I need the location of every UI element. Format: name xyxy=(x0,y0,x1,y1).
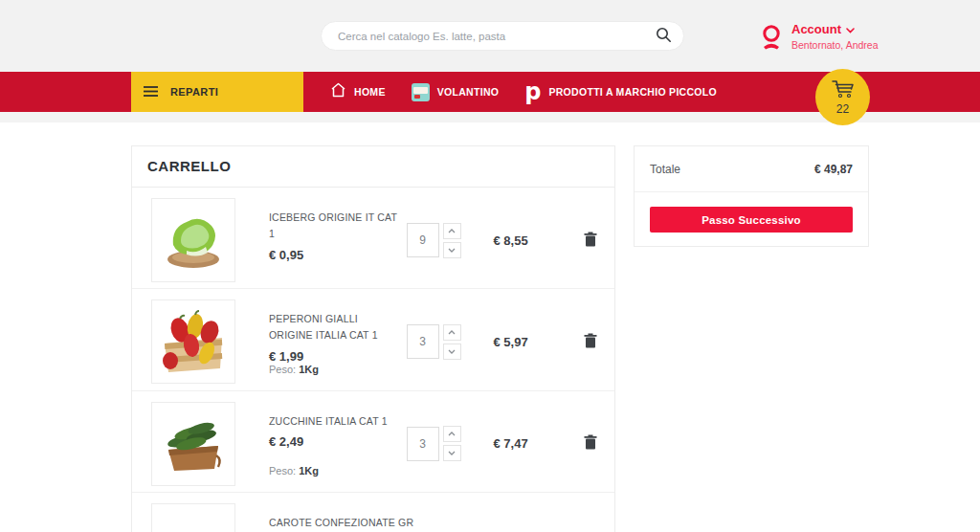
next-step-button[interactable]: Passo Successivo xyxy=(650,207,853,233)
stepper-buttons xyxy=(443,324,461,360)
cart-item-carote: CAROTE CONFEZIONATE GR 500 xyxy=(132,492,614,532)
nav-menu: HOME VOLANTINO p PRODOTTI A MARCHIO PICC… xyxy=(330,72,717,112)
total-value: € 49,87 xyxy=(814,163,853,176)
product-name: CAROTE CONFEZIONATE GR 500 xyxy=(269,515,425,532)
quantity-stepper xyxy=(407,223,461,258)
product-weight: Peso: 1Kg xyxy=(269,364,399,385)
piccolo-logo-icon: p xyxy=(524,82,541,101)
product-image-peperoni xyxy=(151,299,235,384)
account-label: Account xyxy=(791,22,841,36)
account-texts: Account Bentornato, Andrea xyxy=(791,22,879,51)
line-total: € 5,97 xyxy=(494,335,567,349)
quantity-increase-button[interactable] xyxy=(443,426,461,442)
product-unit-price: € 1,99 xyxy=(269,349,399,364)
product-image-iceberg xyxy=(151,198,235,282)
account-label-row[interactable]: Account xyxy=(791,22,879,36)
user-icon xyxy=(759,24,784,55)
search-button[interactable] xyxy=(656,27,672,46)
remove-item-button[interactable] xyxy=(584,232,597,250)
stepper-buttons xyxy=(443,223,461,258)
cart-item-peperoni: PEPERONI GIALLI ORIGINE ITALIA CAT 1 € 1… xyxy=(132,288,614,390)
product-image-carote xyxy=(151,503,235,532)
account-menu[interactable]: Account Bentornato, Andrea xyxy=(759,22,879,55)
account-greeting: Bentornato, Andrea xyxy=(791,39,879,51)
remove-item-button[interactable] xyxy=(584,333,597,351)
trash-icon xyxy=(584,333,597,351)
trash-icon xyxy=(584,434,597,453)
quantity-stepper xyxy=(407,426,461,461)
quantity-stepper xyxy=(407,324,461,360)
order-summary-panel: Totale € 49,87 Passo Successivo xyxy=(634,145,869,247)
quantity-increase-button[interactable] xyxy=(443,223,461,239)
quantity-decrease-button[interactable] xyxy=(443,445,461,461)
total-row: Totale € 49,87 xyxy=(635,146,868,192)
cart-item-zucchine: ZUCCHINE ITALIA CAT 1 € 2,49 Peso: 1Kg €… xyxy=(132,390,614,492)
remove-item-button[interactable] xyxy=(584,434,597,453)
product-name: ZUCCHINE ITALIA CAT 1 xyxy=(269,413,399,430)
trash-icon xyxy=(584,232,597,250)
cart-button[interactable]: 22 xyxy=(815,69,870,125)
cart-panel: CARRELLO ICEBERG ORIGINE IT CAT 1 € 0,95… xyxy=(131,145,615,532)
main-nav: REPARTI HOME VOLANTINO p PRODOTTI A MARC… xyxy=(0,72,980,112)
line-total: € 8,55 xyxy=(494,233,567,248)
top-header: Account Bentornato, Andrea xyxy=(0,0,980,72)
nav-item-volantino-label: VOLANTINO xyxy=(437,86,500,98)
search-icon xyxy=(656,27,672,46)
product-name: PEPERONI GIALLI ORIGINE ITALIA CAT 1 xyxy=(269,311,399,344)
product-details: ZUCCHINE ITALIA CAT 1 € 2,49 Peso: 1Kg xyxy=(269,402,399,486)
product-details: CAROTE CONFEZIONATE GR 500 xyxy=(269,503,425,532)
page-title: CARRELLO xyxy=(132,146,614,188)
quantity-input[interactable] xyxy=(407,324,439,359)
total-label: Totale xyxy=(650,163,680,176)
home-icon xyxy=(330,82,346,101)
cart-icon xyxy=(831,78,856,103)
cart-item-iceberg: ICEBERG ORIGINE IT CAT 1 € 0,95 € 8,55 xyxy=(132,188,614,288)
product-name: ICEBERG ORIGINE IT CAT 1 xyxy=(269,210,399,242)
line-total: € 7,47 xyxy=(494,436,567,451)
cart-count-badge: 22 xyxy=(836,102,849,116)
quantity-input[interactable] xyxy=(407,427,439,461)
reparti-label: REPARTI xyxy=(170,86,218,98)
product-details: PEPERONI GIALLI ORIGINE ITALIA CAT 1 € 1… xyxy=(269,299,399,385)
flyer-icon xyxy=(412,83,430,101)
quantity-increase-button[interactable] xyxy=(443,324,461,341)
cart-page: Account Bentornato, Andrea REPARTI HO xyxy=(0,0,980,532)
nav-item-volantino[interactable]: VOLANTINO xyxy=(412,83,500,101)
chevron-down-icon xyxy=(846,22,855,36)
search-bar xyxy=(321,21,684,51)
product-unit-price: € 0,95 xyxy=(269,248,399,262)
search-input[interactable] xyxy=(338,31,656,42)
nav-item-prodotti-piccolo[interactable]: p PRODOTTI A MARCHIO PICCOLO xyxy=(524,82,717,101)
hamburger-icon xyxy=(144,83,158,100)
product-weight: Peso: 1Kg xyxy=(269,465,399,486)
quantity-decrease-button[interactable] xyxy=(443,344,461,360)
quantity-decrease-button[interactable] xyxy=(443,242,461,258)
product-image-zucchine xyxy=(151,402,235,486)
nav-item-home[interactable]: HOME xyxy=(330,82,386,101)
product-details: ICEBERG ORIGINE IT CAT 1 € 0,95 xyxy=(269,198,399,282)
nav-item-piccolo-label: PRODOTTI A MARCHIO PICCOLO xyxy=(548,86,717,98)
quantity-input[interactable] xyxy=(407,223,439,257)
product-unit-price: € 2,49 xyxy=(269,434,399,449)
reparti-menu-button[interactable]: REPARTI xyxy=(131,72,303,112)
stepper-buttons xyxy=(443,426,461,461)
nav-item-home-label: HOME xyxy=(354,86,386,98)
